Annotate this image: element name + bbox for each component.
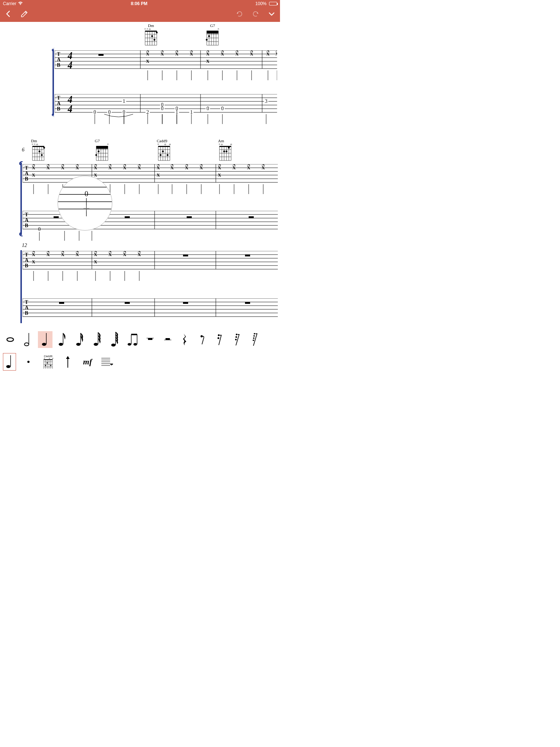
- svg-rect-338: [245, 255, 250, 256]
- svg-point-133: [206, 39, 208, 41]
- svg-rect-216: [54, 216, 59, 218]
- battery-pct: 100%: [255, 1, 267, 6]
- svg-text:+: +: [110, 362, 113, 366]
- svg-text:X: X: [221, 51, 224, 57]
- beamed-eighths[interactable]: [125, 331, 140, 348]
- svg-text:1: 1: [123, 98, 125, 104]
- svg-text:X: X: [94, 259, 97, 264]
- svg-rect-135: [20, 163, 22, 235]
- svg-rect-219: [249, 216, 254, 218]
- svg-point-382: [236, 336, 237, 338]
- sixtyfourth-rest[interactable]: [248, 331, 262, 348]
- svg-point-370: [133, 343, 137, 346]
- svg-rect-255: [158, 146, 170, 147]
- sixtyfourth-note[interactable]: [108, 331, 122, 348]
- svg-text:X: X: [32, 165, 35, 170]
- toolbar: [0, 7, 280, 22]
- chord-diagram-dm-2: Dm ××o: [31, 139, 46, 163]
- bar-number-12: 12: [22, 243, 27, 248]
- svg-text:0: 0: [38, 227, 41, 232]
- svg-text:X: X: [123, 165, 127, 170]
- eighth-note[interactable]: [55, 331, 70, 348]
- svg-text:o: o: [169, 143, 171, 146]
- dot-button[interactable]: [21, 353, 36, 370]
- svg-text:B: B: [25, 176, 28, 182]
- svg-text:o: o: [36, 143, 38, 146]
- svg-text:×: ×: [31, 143, 33, 146]
- score-canvas[interactable]: TAB 4 4 XXXXXXXXXXXXXXXXXXXXXX TAB 4 4 0…: [0, 22, 280, 329]
- svg-text:X: X: [261, 165, 265, 170]
- svg-text:3: 3: [265, 98, 268, 104]
- thirtysecond-rest[interactable]: [230, 331, 245, 348]
- svg-rect-354: [183, 302, 188, 304]
- svg-text:0: 0: [108, 109, 111, 115]
- svg-text:0: 0: [85, 190, 88, 198]
- svg-text:o: o: [230, 143, 232, 146]
- svg-point-235: [39, 151, 40, 152]
- svg-point-365: [94, 343, 98, 346]
- svg-point-387: [253, 340, 254, 341]
- note-palette: Cadd9 ×oo mf +: [0, 329, 280, 374]
- whole-rest[interactable]: [143, 331, 158, 348]
- svg-point-380: [218, 337, 219, 339]
- stroke-direction-button[interactable]: [61, 353, 75, 370]
- svg-text:X: X: [94, 252, 97, 257]
- svg-rect-131: [207, 32, 218, 34]
- add-staff-button[interactable]: +: [100, 353, 114, 370]
- eighth-rest[interactable]: [195, 331, 210, 348]
- svg-rect-373: [131, 334, 137, 335]
- svg-text:X: X: [75, 165, 79, 170]
- svg-point-356: [7, 338, 13, 341]
- svg-text:×: ×: [217, 28, 219, 31]
- svg-rect-218: [187, 216, 192, 218]
- half-rest[interactable]: [160, 331, 175, 348]
- svg-point-252: [98, 151, 100, 152]
- clock: 8:06 PM: [131, 1, 147, 6]
- svg-text:X: X: [146, 51, 149, 57]
- svg-rect-120: [207, 31, 218, 32]
- svg-text:X: X: [75, 252, 79, 257]
- wifi-icon: [18, 1, 23, 6]
- selected-duration-indicator[interactable]: [3, 353, 16, 371]
- dynamics-button[interactable]: mf: [80, 353, 95, 370]
- quarter-rest[interactable]: [178, 331, 192, 348]
- svg-point-285: [226, 151, 228, 152]
- sixteenth-rest[interactable]: [213, 331, 228, 348]
- quarter-note[interactable]: [38, 331, 52, 348]
- svg-rect-337: [183, 255, 188, 256]
- svg-text:X: X: [218, 172, 221, 178]
- svg-text:2: 2: [147, 109, 149, 115]
- svg-text:X: X: [32, 172, 35, 178]
- svg-text:X: X: [146, 58, 149, 64]
- svg-text:X: X: [232, 165, 236, 170]
- svg-text:o: o: [221, 143, 223, 146]
- svg-text:×: ×: [218, 143, 220, 146]
- chord-button[interactable]: Cadd9 ×oo: [41, 353, 55, 370]
- edit-button[interactable]: [20, 10, 28, 19]
- svg-point-116: [153, 39, 155, 41]
- svg-text:×: ×: [144, 28, 146, 31]
- svg-text:X: X: [218, 165, 221, 170]
- svg-text:X: X: [170, 165, 174, 170]
- svg-rect-251: [96, 147, 108, 149]
- half-note[interactable]: [20, 331, 35, 348]
- chord-diagram-dm: Dm ××o: [144, 23, 158, 47]
- svg-text:X: X: [108, 165, 112, 170]
- back-button[interactable]: [4, 10, 12, 19]
- thirtysecond-note[interactable]: [90, 331, 105, 348]
- svg-point-283: [228, 147, 230, 149]
- chord-diagram-g7-2: G7 ×: [95, 139, 109, 163]
- chord-diagram-g7: G7 ×: [205, 23, 220, 47]
- svg-text:X: X: [235, 51, 239, 57]
- redo-button[interactable]: [252, 10, 260, 19]
- sixteenth-note[interactable]: [73, 331, 88, 348]
- expand-button[interactable]: [268, 10, 276, 19]
- bar-number-6: 6: [22, 147, 24, 153]
- whole-note[interactable]: [3, 331, 18, 348]
- svg-point-284: [223, 151, 225, 152]
- svg-point-402: [45, 365, 46, 366]
- chord-diagram-cadd9: Cadd9 ×oo: [157, 139, 171, 163]
- undo-button[interactable]: [236, 10, 244, 19]
- svg-point-234: [43, 147, 45, 149]
- svg-point-253: [96, 154, 97, 156]
